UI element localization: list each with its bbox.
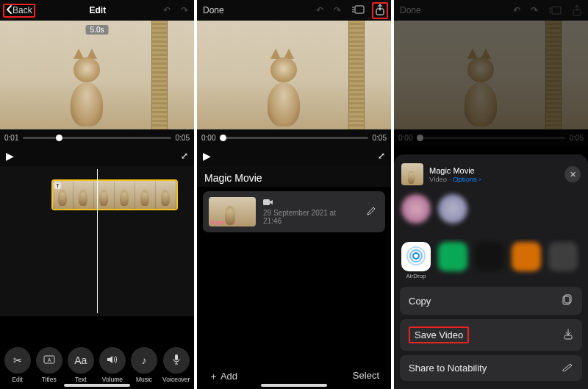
toolbar: Done ↶ ↷ <box>197 0 391 21</box>
action-copy[interactable]: Copy <box>400 287 582 315</box>
clip-meta: 29 September 2021 at 21:46 <box>263 199 356 225</box>
section-magic-movie: Magic Movie <box>197 166 391 187</box>
share-button[interactable] <box>372 2 388 19</box>
app-blurred[interactable] <box>548 242 578 279</box>
action-share-nota-label: Share to Notability <box>409 363 487 374</box>
action-share-notability[interactable]: Share to Notability <box>400 355 582 381</box>
tool-music-label: Music <box>136 376 152 383</box>
toolbar: Back Edit ↶ ↷ <box>0 0 194 21</box>
tool-titles[interactable]: A Titles <box>36 347 62 383</box>
app-blurred[interactable] <box>475 242 504 279</box>
action-save-video[interactable]: Save Video <box>400 319 582 351</box>
tool-music[interactable]: ♪ Music <box>131 347 157 383</box>
time-total: 0:05 <box>176 134 190 142</box>
clip-date: 29 September 2021 at 21:46 <box>263 209 356 225</box>
svg-point-8 <box>413 253 419 259</box>
timeline-playhead[interactable] <box>97 169 98 313</box>
svg-rect-6 <box>552 7 561 14</box>
back-label: Back <box>12 5 32 15</box>
play-button[interactable]: ▶ <box>203 150 211 162</box>
clip-edit-button[interactable] <box>363 203 379 221</box>
storyboard-button <box>545 4 564 17</box>
speaker-icon <box>106 354 119 367</box>
scrub-playhead[interactable] <box>56 135 62 141</box>
time-total: 0:05 <box>570 134 584 142</box>
redo-icon: ↷ <box>181 5 188 15</box>
home-indicator[interactable] <box>64 384 130 387</box>
tool-titles-label: Titles <box>42 376 57 383</box>
undo-icon: ↶ <box>316 5 323 15</box>
screen-project: Done ↶ ↷ 0:00 <box>197 0 391 389</box>
clip-thumbnail: Bright Side <box>209 197 256 226</box>
copy-icon <box>562 294 573 307</box>
airdrop-icon <box>406 246 426 267</box>
share-sheet: Magic Movie Video · Options › ✕ <box>394 154 588 389</box>
tool-edit[interactable]: ✂ Edit <box>4 347 31 383</box>
svg-point-9 <box>410 250 422 262</box>
action-copy-label: Copy <box>409 296 431 307</box>
video-preview[interactable]: 5.0s <box>0 21 194 129</box>
scrub-track[interactable] <box>220 137 368 139</box>
app-blurred[interactable] <box>512 242 541 279</box>
tool-edit-label: Edit <box>12 376 23 383</box>
titles-icon: A <box>43 354 55 366</box>
scissors-icon: ✂ <box>13 354 22 366</box>
download-icon <box>563 329 573 342</box>
video-icon <box>263 199 273 207</box>
time-current: 0:01 <box>4 134 18 142</box>
play-icon: ▶ <box>6 150 14 162</box>
play-button[interactable]: ▶ <box>6 150 14 162</box>
clip-card[interactable]: Bright Side 29 September 2021 at 21:46 <box>203 191 385 232</box>
select-button[interactable]: Select <box>353 370 379 383</box>
expand-button[interactable]: ⤢ <box>181 151 188 161</box>
microphone-icon <box>172 354 181 368</box>
svg-rect-13 <box>564 335 572 339</box>
done-button[interactable]: Done <box>200 4 227 17</box>
back-button[interactable]: Back <box>3 4 35 18</box>
sheet-kind: Video <box>429 175 447 183</box>
app-airdrop-label: AirDrop <box>406 273 426 279</box>
redo-button[interactable]: ↷ <box>178 4 191 17</box>
scrub-playhead[interactable] <box>220 135 226 141</box>
toolbar: Done ↶ ↷ <box>394 0 588 21</box>
screen-share-sheet: Done ↶ ↷ 0:00 0:05 <box>394 0 588 389</box>
home-indicator[interactable] <box>261 384 327 387</box>
undo-button[interactable]: ↶ <box>160 4 173 17</box>
svg-rect-5 <box>263 199 270 205</box>
tool-text[interactable]: Aa Text <box>68 347 94 383</box>
duration-bubble: 5.0s <box>86 25 109 35</box>
sheet-options-link[interactable]: Options › <box>453 175 481 183</box>
storyboard-button[interactable] <box>348 3 368 18</box>
tool-voiceover[interactable]: Voiceover <box>162 347 190 383</box>
add-label: Add <box>220 371 237 382</box>
contacts-row[interactable] <box>400 191 582 239</box>
scrub-track[interactable] <box>23 137 171 139</box>
title-marker: T <box>54 182 61 189</box>
redo-icon: ↷ <box>531 5 538 15</box>
add-button[interactable]: ＋ Add <box>209 370 237 383</box>
pencil-icon <box>366 206 376 218</box>
expand-button[interactable]: ⤢ <box>378 151 385 161</box>
preview-frame <box>0 21 194 129</box>
video-preview-dimmed <box>394 21 588 129</box>
app-airdrop[interactable]: AirDrop <box>401 242 431 279</box>
tool-volume[interactable]: Volume <box>99 347 126 383</box>
scrubber: 0:01 0:05 <box>0 129 194 146</box>
video-preview[interactable] <box>197 21 391 129</box>
sheet-options-label: Options <box>453 175 477 183</box>
clip-strip[interactable]: T <box>51 179 178 210</box>
chevron-right-icon: › <box>478 175 481 183</box>
apps-row[interactable]: AirDrop <box>400 239 582 287</box>
redo-button[interactable]: ↷ <box>331 4 344 17</box>
undo-button: ↶ <box>510 4 523 17</box>
tool-dock: ✂ Edit A Titles Aa Text Volume ♪ Music <box>0 347 194 383</box>
timeline[interactable]: T <box>0 166 194 316</box>
svg-text:A: A <box>47 357 51 363</box>
sheet-close-button[interactable]: ✕ <box>564 166 581 182</box>
music-note-icon: ♪ <box>141 354 146 366</box>
app-blurred[interactable] <box>438 242 467 279</box>
undo-button[interactable]: ↶ <box>313 4 326 17</box>
tool-text-label: Text <box>75 376 87 383</box>
share-icon <box>375 4 385 18</box>
svg-rect-2 <box>175 354 178 360</box>
